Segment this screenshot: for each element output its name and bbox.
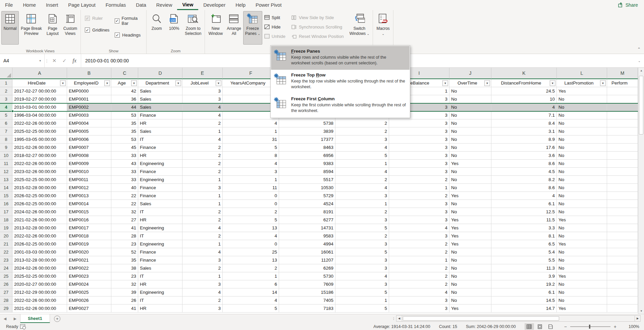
cell[interactable]: 25 [223,248,279,256]
cell[interactable]: 5730 [279,272,335,280]
cell[interactable]: 2001-03-03 00:00:00 [12,248,67,256]
cell[interactable]: 2 [182,264,223,272]
page-break-preview-button[interactable]: Page Break Preview [19,11,44,45]
cell[interactable]: EMP0016 [67,216,111,224]
cell[interactable]: EMP0009 [67,160,111,168]
cell[interactable]: 8.9 [491,135,557,144]
cell[interactable]: EMP0003 [67,111,111,119]
cell[interactable]: No [557,184,607,192]
cell[interactable]: 0 [223,192,279,200]
cell[interactable]: 36 [111,95,138,103]
row-header-16[interactable]: 16 [0,200,12,208]
row-header-25[interactable]: 25 [0,272,12,280]
cell[interactable]: 2 [335,119,389,127]
ribbon-tab-insert[interactable]: Insert [41,0,63,10]
row-header-17[interactable]: 17 [0,208,12,216]
formula-bar-expand-button[interactable]: ⌄ [635,54,644,67]
cell[interactable]: No [557,200,607,208]
confirm-entry-button[interactable]: ✓ [59,58,69,64]
cell[interactable]: Sales [138,103,182,111]
cell[interactable]: 3 [389,232,449,240]
cell[interactable]: 2 [223,264,279,272]
cell[interactable]: 3 [389,305,449,313]
row-header-24[interactable]: 24 [0,264,12,272]
cell[interactable]: 4994 [279,240,335,248]
column-header-J[interactable]: J [449,68,491,79]
cell[interactable]: 2025-02-25 00:00:00 [12,176,67,184]
horizontal-scrollbar[interactable]: ⁞ ◀ ▶ [393,315,641,322]
cell[interactable]: EMP0004 [67,119,111,127]
cell[interactable]: 0 [223,240,279,248]
cell[interactable]: 13 [223,224,279,232]
cell[interactable] [607,95,638,103]
cell[interactable]: Yes [557,240,607,248]
zoom-in-button[interactable]: + [614,324,616,329]
cell[interactable]: 6956 [279,152,335,160]
cell[interactable]: 4 [182,103,223,111]
cell[interactable]: 14.7 [491,305,557,313]
cell[interactable]: 33 [111,152,138,160]
cell[interactable]: EMP0027 [67,305,111,313]
cell[interactable]: No [557,111,607,119]
cell[interactable]: HR [138,216,182,224]
custom-views-button[interactable]: Custom Views [61,11,79,45]
cell[interactable]: 14731 [279,224,335,232]
cell[interactable]: No [449,87,491,95]
cell[interactable]: 5.5 [491,256,557,264]
cell[interactable]: Yes [449,216,491,224]
row-header-28[interactable]: 28 [0,296,12,305]
menu-item-freeze-first-column[interactable]: Freeze First ColumnKeep the first column… [271,94,410,117]
cell[interactable]: 2 [335,127,389,135]
checkbox-gridlines[interactable]: ✓Gridlines [85,28,109,33]
cell[interactable]: No [449,103,491,111]
cell[interactable]: 8 [223,152,279,160]
cell[interactable]: 2 [389,264,449,272]
cell[interactable]: 7183 [279,305,335,313]
switch-windows-button[interactable]: Switch Windows ⌄ [347,11,372,45]
cell[interactable]: EMP0002 [67,103,111,111]
cell[interactable]: 4 [223,296,279,305]
row-header-10[interactable]: 10 [0,152,12,160]
cell[interactable]: Engineering [138,240,182,248]
cell[interactable]: 5 [223,144,279,152]
page-layout-shortcut[interactable] [535,323,545,330]
cell[interactable]: No [557,135,607,144]
cell[interactable]: 3 [182,256,223,264]
cell[interactable]: EMP0023 [67,272,111,280]
cell[interactable]: 5.4 [491,248,557,256]
cell[interactable]: 8191 [279,208,335,216]
cell[interactable]: EMP0020 [67,248,111,256]
split-button[interactable]: Split [264,14,285,21]
cell[interactable]: 8.6 [491,160,557,168]
cell[interactable]: 2026-02-25 00:00:00 [12,192,67,200]
column-header-K[interactable]: K [491,68,557,79]
cell[interactable]: 35 [111,256,138,264]
cell[interactable]: No [449,256,491,264]
filter-dropdown-icon[interactable]: ▼ [131,80,137,86]
cell[interactable]: No [449,144,491,152]
cell[interactable]: HR [138,280,182,288]
column-header-D[interactable]: D [138,68,182,79]
normal-view-button[interactable]: Normal [1,11,19,45]
cell[interactable]: 4 [335,168,389,176]
share-button[interactable]: Share [612,0,644,10]
filter-dropdown-icon[interactable]: ▼ [175,80,181,86]
cell[interactable]: EMP0017 [67,224,111,232]
insert-function-button[interactable]: fx [69,58,79,64]
cell[interactable]: IT [138,272,182,280]
header-cell-JobLevel[interactable]: JobLevel▼ [182,79,223,87]
cell[interactable]: EMP0022 [67,264,111,272]
cell[interactable]: Sales [138,127,182,135]
cell[interactable] [607,200,638,208]
cell[interactable]: EMP0013 [67,192,111,200]
cell[interactable]: 3.6 [491,152,557,160]
scroll-down-arrow-icon[interactable]: ▼ [638,308,644,314]
cell[interactable]: EMP0021 [67,256,111,264]
cell[interactable]: 3839 [279,127,335,135]
cell[interactable]: 4 [182,248,223,256]
cell[interactable]: 1 [223,272,279,280]
cell[interactable]: 41 [111,224,138,232]
cell[interactable]: 4 [182,288,223,296]
macro-record-icon[interactable] [20,324,25,329]
cell[interactable]: 22 [111,200,138,208]
